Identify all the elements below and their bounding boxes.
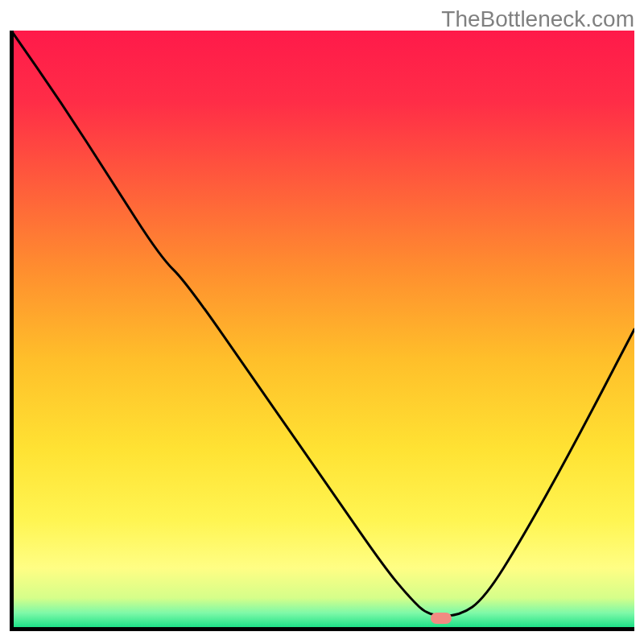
highlight-marker	[431, 613, 452, 624]
x-axis	[11, 627, 634, 631]
watermark-label: TheBottleneck.com	[441, 6, 634, 32]
chart-container: TheBottleneck.com	[0, 0, 644, 644]
plot-area	[11, 31, 634, 628]
y-axis	[10, 31, 14, 631]
chart-curve	[11, 31, 634, 628]
